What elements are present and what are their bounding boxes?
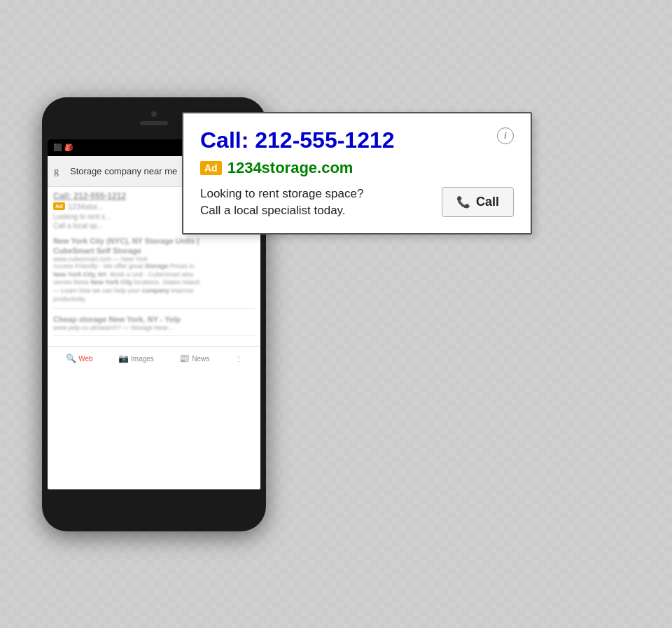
nav-tab-news-label: News [192, 355, 209, 363]
call-button-label: Call [476, 195, 499, 209]
nav-tab-images-label: Images [131, 355, 154, 363]
bottom-nav: 🔍 Web 📷 Images 📰 News ⋮ [48, 346, 260, 371]
nav-tab-web[interactable]: 🔍 Web [66, 354, 92, 363]
organic-desc-1: Access Friendly - We offer great Storage… [53, 263, 255, 303]
google-g-icon: g [53, 165, 66, 177]
ad-card-domain[interactable]: 1234storage.com [227, 159, 354, 177]
speaker [140, 121, 168, 125]
organic-title-2[interactable]: Cheap storage New York, NY - Yelp [53, 314, 255, 324]
ad-card-desc-line2: Call a local specialist today. [200, 204, 346, 217]
info-icon[interactable]: i [497, 127, 514, 144]
more-dots-icon: ⋮ [235, 355, 242, 363]
ad-card-description: Looking to rent storage space? Call a lo… [200, 186, 363, 219]
ad-domain-small: 1234stor... [68, 202, 104, 211]
organic-title-1[interactable]: New York City (NYC), NY Storage Units |C… [53, 236, 255, 256]
screenshot-icon: ⬛ [53, 144, 62, 151]
ad-card-header: Call: 212-555-1212 i [200, 127, 514, 153]
nav-tab-web-label: Web [78, 355, 92, 363]
search-nav-icon: 🔍 [66, 354, 76, 363]
nav-tab-news[interactable]: 📰 News [179, 354, 209, 363]
organic-url-2: www.yelp.co.uk/search? — Storage Near... [53, 324, 255, 331]
images-nav-icon: 📷 [118, 354, 129, 363]
news-nav-icon: 📰 [179, 354, 190, 363]
ad-card-badge: Ad [200, 161, 222, 175]
ad-card-bottom: Looking to rent storage space? Call a lo… [200, 186, 514, 219]
bag-icon: 🎒 [64, 144, 73, 151]
ad-card-phone-number[interactable]: Call: 212-555-1212 [200, 127, 395, 153]
organic-result-1[interactable]: New York City (NYC), NY Storage Units |C… [53, 236, 255, 309]
camera [151, 111, 157, 117]
phone-icon: 📞 [456, 195, 470, 209]
organic-url-1: www.cubesmart.com — New York [53, 256, 255, 263]
nav-tab-images[interactable]: 📷 Images [118, 354, 154, 363]
svg-text:g: g [54, 166, 59, 176]
ad-badge-small: Ad [53, 202, 65, 210]
call-button[interactable]: 📞 Call [442, 187, 514, 217]
organic-result-2[interactable]: Cheap storage New York, NY - Yelp www.ye… [53, 314, 255, 336]
status-left: ⬛ 🎒 [53, 144, 73, 151]
ad-card-desc-line1: Looking to rent storage space? [200, 187, 363, 200]
nav-tab-more[interactable]: ⋮ [235, 355, 242, 363]
ad-card-domain-row: Ad 1234storage.com [200, 159, 514, 177]
ad-card-expanded: Call: 212-555-1212 i Ad 1234storage.com … [182, 112, 532, 235]
